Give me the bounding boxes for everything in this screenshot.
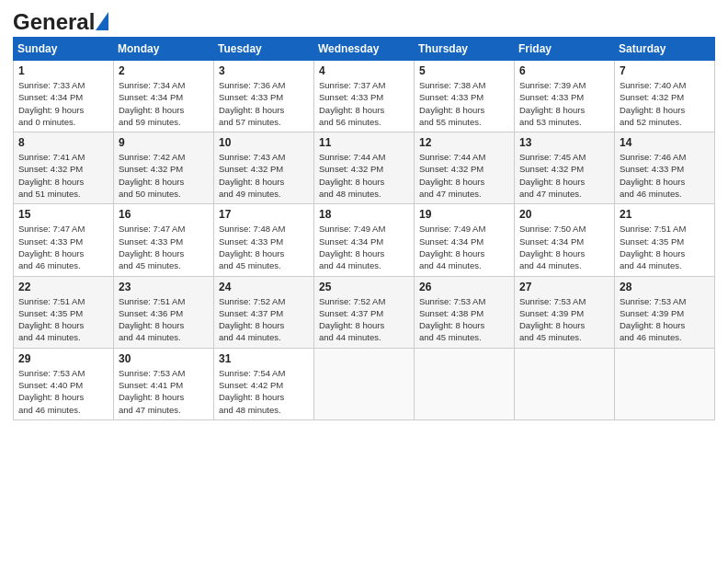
day-info: Sunrise: 7:39 AMSunset: 4:33 PMDaylight:… (519, 79, 609, 128)
calendar-cell: 4Sunrise: 7:37 AMSunset: 4:33 PMDaylight… (314, 61, 415, 132)
calendar-cell: 12Sunrise: 7:44 AMSunset: 4:32 PMDayligh… (415, 132, 515, 204)
day-number: 19 (419, 208, 509, 221)
calendar-cell: 28Sunrise: 7:53 AMSunset: 4:39 PMDayligh… (615, 276, 715, 348)
calendar-cell: 29Sunrise: 7:53 AMSunset: 4:40 PMDayligh… (14, 348, 114, 419)
logo-general: General (13, 9, 95, 35)
calendar-cell: 13Sunrise: 7:45 AMSunset: 4:32 PMDayligh… (515, 132, 615, 204)
day-number: 31 (219, 352, 309, 365)
day-number: 6 (519, 64, 609, 77)
day-info: Sunrise: 7:51 AMSunset: 4:35 PMDaylight:… (18, 295, 108, 344)
calendar-table: SundayMondayTuesdayWednesdayThursdayFrid… (13, 37, 715, 420)
day-info: Sunrise: 7:44 AMSunset: 4:32 PMDaylight:… (319, 151, 409, 200)
logo-triangle-icon (96, 12, 108, 30)
day-number: 15 (18, 208, 108, 221)
calendar-cell: 10Sunrise: 7:43 AMSunset: 4:32 PMDayligh… (214, 132, 314, 204)
col-header-friday: Friday (515, 38, 615, 61)
day-number: 4 (319, 64, 409, 77)
calendar-cell: 24Sunrise: 7:52 AMSunset: 4:37 PMDayligh… (214, 276, 314, 348)
day-info: Sunrise: 7:50 AMSunset: 4:34 PMDaylight:… (519, 223, 609, 271)
calendar-header-row: SundayMondayTuesdayWednesdayThursdayFrid… (14, 38, 715, 61)
day-info: Sunrise: 7:47 AMSunset: 4:33 PMDaylight:… (18, 223, 108, 271)
day-number: 22 (18, 281, 108, 293)
day-info: Sunrise: 7:43 AMSunset: 4:32 PMDaylight:… (219, 151, 309, 200)
calendar-cell: 15Sunrise: 7:47 AMSunset: 4:33 PMDayligh… (14, 204, 114, 276)
col-header-wednesday: Wednesday (314, 38, 415, 61)
day-info: Sunrise: 7:42 AMSunset: 4:32 PMDaylight:… (119, 151, 209, 200)
calendar-cell: 25Sunrise: 7:52 AMSunset: 4:37 PMDayligh… (314, 276, 415, 348)
day-info: Sunrise: 7:45 AMSunset: 4:32 PMDaylight:… (519, 151, 609, 200)
logo: General (13, 9, 108, 35)
day-info: Sunrise: 7:51 AMSunset: 4:35 PMDaylight:… (620, 223, 710, 271)
calendar-week-4: 22Sunrise: 7:51 AMSunset: 4:35 PMDayligh… (14, 276, 715, 348)
day-info: Sunrise: 7:38 AMSunset: 4:33 PMDaylight:… (419, 79, 509, 128)
calendar-week-1: 1Sunrise: 7:33 AMSunset: 4:34 PMDaylight… (14, 61, 715, 132)
day-info: Sunrise: 7:53 AMSunset: 4:39 PMDaylight:… (620, 295, 710, 344)
day-info: Sunrise: 7:46 AMSunset: 4:33 PMDaylight:… (620, 151, 710, 200)
day-number: 1 (18, 64, 108, 77)
day-info: Sunrise: 7:51 AMSunset: 4:36 PMDaylight:… (119, 295, 209, 344)
day-number: 14 (620, 136, 710, 149)
day-info: Sunrise: 7:44 AMSunset: 4:32 PMDaylight:… (419, 151, 509, 200)
day-info: Sunrise: 7:54 AMSunset: 4:42 PMDaylight:… (219, 367, 309, 416)
calendar-cell: 6Sunrise: 7:39 AMSunset: 4:33 PMDaylight… (515, 61, 615, 132)
day-number: 26 (419, 281, 509, 293)
calendar-week-3: 15Sunrise: 7:47 AMSunset: 4:33 PMDayligh… (14, 204, 715, 276)
day-info: Sunrise: 7:53 AMSunset: 4:39 PMDaylight:… (519, 295, 609, 344)
day-number: 7 (620, 64, 710, 77)
day-info: Sunrise: 7:41 AMSunset: 4:32 PMDaylight:… (18, 151, 108, 200)
calendar-cell: 22Sunrise: 7:51 AMSunset: 4:35 PMDayligh… (14, 276, 114, 348)
day-number: 13 (519, 136, 609, 149)
day-number: 12 (419, 136, 509, 149)
calendar-cell: 31Sunrise: 7:54 AMSunset: 4:42 PMDayligh… (214, 348, 314, 419)
col-header-tuesday: Tuesday (214, 38, 314, 61)
page: General SundayMondayTuesdayWednesdayThur… (0, 0, 728, 563)
calendar-cell: 3Sunrise: 7:36 AMSunset: 4:33 PMDaylight… (214, 61, 314, 132)
day-number: 11 (319, 136, 409, 149)
day-number: 20 (519, 208, 609, 221)
day-info: Sunrise: 7:53 AMSunset: 4:38 PMDaylight:… (419, 295, 509, 344)
calendar-cell (415, 348, 515, 419)
calendar-cell: 2Sunrise: 7:34 AMSunset: 4:34 PMDaylight… (114, 61, 214, 132)
calendar-cell: 9Sunrise: 7:42 AMSunset: 4:32 PMDaylight… (114, 132, 214, 204)
day-number: 9 (119, 136, 209, 149)
calendar-cell: 11Sunrise: 7:44 AMSunset: 4:32 PMDayligh… (314, 132, 415, 204)
day-info: Sunrise: 7:33 AMSunset: 4:34 PMDaylight:… (18, 79, 108, 128)
day-info: Sunrise: 7:52 AMSunset: 4:37 PMDaylight:… (319, 295, 409, 344)
day-number: 21 (620, 208, 710, 221)
day-number: 30 (119, 352, 209, 365)
day-info: Sunrise: 7:49 AMSunset: 4:34 PMDaylight:… (419, 223, 509, 271)
calendar-cell: 21Sunrise: 7:51 AMSunset: 4:35 PMDayligh… (615, 204, 715, 276)
col-header-saturday: Saturday (615, 38, 715, 61)
logo-area: General (13, 9, 108, 29)
day-number: 27 (519, 281, 609, 293)
col-header-monday: Monday (114, 38, 214, 61)
calendar-week-5: 29Sunrise: 7:53 AMSunset: 4:40 PMDayligh… (14, 348, 715, 419)
day-number: 24 (219, 281, 309, 293)
day-number: 10 (219, 136, 309, 149)
calendar-cell (515, 348, 615, 419)
calendar-cell: 19Sunrise: 7:49 AMSunset: 4:34 PMDayligh… (415, 204, 515, 276)
day-info: Sunrise: 7:53 AMSunset: 4:40 PMDaylight:… (18, 367, 108, 416)
day-number: 16 (119, 208, 209, 221)
day-info: Sunrise: 7:52 AMSunset: 4:37 PMDaylight:… (219, 295, 309, 344)
day-info: Sunrise: 7:36 AMSunset: 4:33 PMDaylight:… (219, 79, 309, 128)
calendar-cell: 20Sunrise: 7:50 AMSunset: 4:34 PMDayligh… (515, 204, 615, 276)
calendar-cell: 26Sunrise: 7:53 AMSunset: 4:38 PMDayligh… (415, 276, 515, 348)
calendar-cell: 27Sunrise: 7:53 AMSunset: 4:39 PMDayligh… (515, 276, 615, 348)
day-info: Sunrise: 7:49 AMSunset: 4:34 PMDaylight:… (319, 223, 409, 271)
calendar-cell: 5Sunrise: 7:38 AMSunset: 4:33 PMDaylight… (415, 61, 515, 132)
day-info: Sunrise: 7:34 AMSunset: 4:34 PMDaylight:… (119, 79, 209, 128)
calendar-cell: 7Sunrise: 7:40 AMSunset: 4:32 PMDaylight… (615, 61, 715, 132)
calendar-cell: 23Sunrise: 7:51 AMSunset: 4:36 PMDayligh… (114, 276, 214, 348)
day-number: 5 (419, 64, 509, 77)
calendar-cell: 30Sunrise: 7:53 AMSunset: 4:41 PMDayligh… (114, 348, 214, 419)
calendar-cell (314, 348, 415, 419)
day-number: 2 (119, 64, 209, 77)
day-info: Sunrise: 7:40 AMSunset: 4:32 PMDaylight:… (620, 79, 710, 128)
calendar-cell: 14Sunrise: 7:46 AMSunset: 4:33 PMDayligh… (615, 132, 715, 204)
day-number: 25 (319, 281, 409, 293)
col-header-sunday: Sunday (14, 38, 114, 61)
calendar-week-2: 8Sunrise: 7:41 AMSunset: 4:32 PMDaylight… (14, 132, 715, 204)
day-number: 8 (18, 136, 108, 149)
day-number: 3 (219, 64, 309, 77)
